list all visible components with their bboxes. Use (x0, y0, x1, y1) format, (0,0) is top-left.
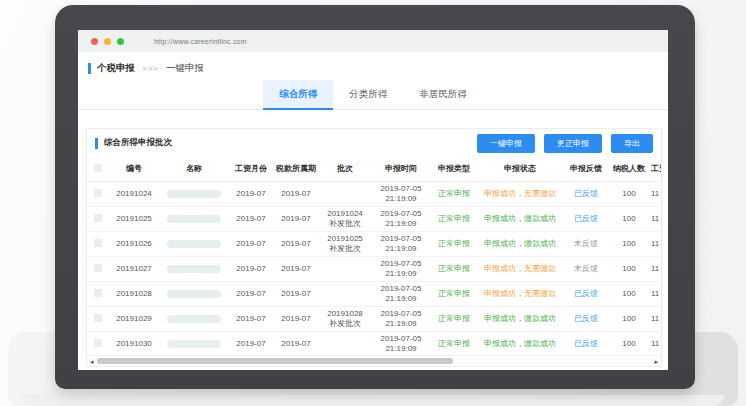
select-all-checkbox[interactable] (94, 164, 102, 172)
browser-window: http://www.careerintlinc.com 个税申报 >>> 一键… (78, 30, 668, 370)
column-header: 名称 (159, 157, 229, 181)
cell-declare-type: 正常申报 (431, 281, 477, 306)
name-placeholder (167, 215, 221, 223)
scrollbar-thumb[interactable] (97, 358, 453, 364)
cell-checkbox (87, 281, 109, 306)
cell-name (159, 256, 229, 281)
column-header: 编号 (109, 157, 159, 181)
row-checkbox[interactable] (94, 339, 102, 347)
cell-declare-feedback: 已反馈 (563, 206, 609, 231)
name-placeholder (167, 315, 221, 323)
window-maximize-icon[interactable] (117, 38, 124, 45)
cell-salary-amount: 11 (649, 281, 661, 306)
correct-declare-button[interactable]: 更正申报 (544, 134, 602, 153)
cell-salary-month: 2019-07 (229, 331, 273, 355)
cell-batch: 20191025补发批次 (319, 231, 371, 256)
cell-tax-period: 2019-07 (273, 231, 319, 256)
cell-salary-month: 2019-07 (229, 231, 273, 256)
cell-declare-status: 申报成功，缴款成功 (477, 331, 563, 355)
row-checkbox[interactable] (94, 314, 102, 322)
cell-taxpayer-count: 100 (609, 306, 649, 331)
cell-salary-amount: 11 (649, 181, 661, 206)
row-checkbox[interactable] (94, 189, 102, 197)
cell-batch (319, 181, 371, 206)
column-header: 工资 (649, 157, 661, 181)
row-checkbox[interactable] (94, 239, 102, 247)
window-minimize-icon[interactable] (104, 38, 111, 45)
row-checkbox[interactable] (94, 264, 102, 272)
cell-batch-id: 20191029 (109, 306, 159, 331)
horizontal-scrollbar[interactable]: ◂ ▸ (87, 355, 661, 366)
one-click-declare-button[interactable]: 一键申报 (477, 134, 535, 153)
row-checkbox[interactable] (94, 289, 102, 297)
cell-taxpayer-count: 100 (609, 331, 649, 355)
cell-salary-amount: 11 (649, 331, 661, 355)
name-placeholder (167, 265, 221, 273)
cell-declare-status: 申报成功，缴款成功 (477, 306, 563, 331)
export-button[interactable]: 导出 (611, 134, 653, 153)
scroll-right-arrow-icon[interactable]: ▸ (654, 357, 658, 366)
batch-table-zone: 编号名称工资月份税款所属期批次申报时间申报类型申报状态申报反馈纳税人数工资 20… (87, 157, 661, 355)
cell-batch-id: 20191024 (109, 181, 159, 206)
scroll-left-arrow-icon[interactable]: ◂ (90, 357, 94, 366)
table-header-row: 编号名称工资月份税款所属期批次申报时间申报类型申报状态申报反馈纳税人数工资 (87, 157, 661, 181)
cell-taxpayer-count: 100 (609, 256, 649, 281)
name-placeholder (167, 340, 221, 348)
cell-declare-feedback: 已反馈 (563, 306, 609, 331)
cell-checkbox (87, 181, 109, 206)
cell-declare-time: 2019-07-0521:19:09 (371, 256, 431, 281)
cell-name (159, 331, 229, 355)
cell-name (159, 206, 229, 231)
cell-tax-period: 2019-07 (273, 256, 319, 281)
cell-tax-period: 2019-07 (273, 281, 319, 306)
column-header: 税款所属期 (273, 157, 319, 181)
cell-declare-time: 2019-07-0521:19:09 (371, 231, 431, 256)
cell-checkbox (87, 306, 109, 331)
cell-name (159, 306, 229, 331)
cell-batch (319, 256, 371, 281)
cell-batch-id: 20191025 (109, 206, 159, 231)
table-row: 201910302019-072019-072019-07-0521:19:09… (87, 331, 661, 355)
cell-declare-feedback: 未反馈 (563, 256, 609, 281)
cell-declare-type: 正常申报 (431, 306, 477, 331)
cell-salary-amount: 11 (649, 206, 661, 231)
cell-salary-month: 2019-07 (229, 181, 273, 206)
cell-checkbox (87, 331, 109, 355)
table-row: 201910272019-072019-072019-07-0521:19:09… (87, 256, 661, 281)
tab-nonresident-income[interactable]: 非居民所得 (403, 80, 483, 110)
table-row: 201910252019-072019-0720191024补发批次2019-0… (87, 206, 661, 231)
cell-declare-time: 2019-07-0521:19:09 (371, 331, 431, 355)
breadcrumb-current: 一键申报 (166, 62, 204, 75)
cell-declare-time: 2019-07-0521:19:09 (371, 281, 431, 306)
cell-batch: 20191028补发批次 (319, 306, 371, 331)
column-header: 申报时间 (371, 157, 431, 181)
cell-salary-month: 2019-07 (229, 306, 273, 331)
cell-declare-feedback: 已反馈 (563, 181, 609, 206)
cell-declare-time: 2019-07-0521:19:09 (371, 181, 431, 206)
cell-tax-period: 2019-07 (273, 206, 319, 231)
cell-checkbox (87, 206, 109, 231)
cell-name (159, 181, 229, 206)
table-row: 201910242019-072019-072019-07-0521:19:09… (87, 181, 661, 206)
browser-chrome: http://www.careerintlinc.com (78, 30, 668, 52)
column-header: 申报状态 (477, 157, 563, 181)
cell-declare-type: 正常申报 (431, 206, 477, 231)
column-header: 申报反馈 (563, 157, 609, 181)
column-header: 工资月份 (229, 157, 273, 181)
cell-tax-period: 2019-07 (273, 306, 319, 331)
cell-declare-status: 申报成功，无需缴款 (477, 281, 563, 306)
cell-declare-status: 申报成功，缴款成功 (477, 206, 563, 231)
tab-comprehensive-income[interactable]: 综合所得 (263, 80, 333, 110)
cell-batch (319, 281, 371, 306)
tab-classified-income[interactable]: 分类所得 (333, 80, 403, 110)
row-checkbox[interactable] (94, 214, 102, 222)
table-row: 201910262019-072019-0720191025补发批次2019-0… (87, 231, 661, 256)
name-placeholder (167, 290, 221, 298)
cell-declare-type: 正常申报 (431, 181, 477, 206)
table-row: 201910292019-072019-0720191028补发批次2019-0… (87, 306, 661, 331)
window-close-icon[interactable] (91, 38, 98, 45)
cell-batch-id: 20191026 (109, 231, 159, 256)
section-marker-bar (88, 63, 91, 74)
batch-table: 编号名称工资月份税款所属期批次申报时间申报类型申报状态申报反馈纳税人数工资 20… (87, 157, 661, 355)
panel-header: 综合所得申报批次 一键申报 更正申报 导出 (87, 129, 661, 157)
